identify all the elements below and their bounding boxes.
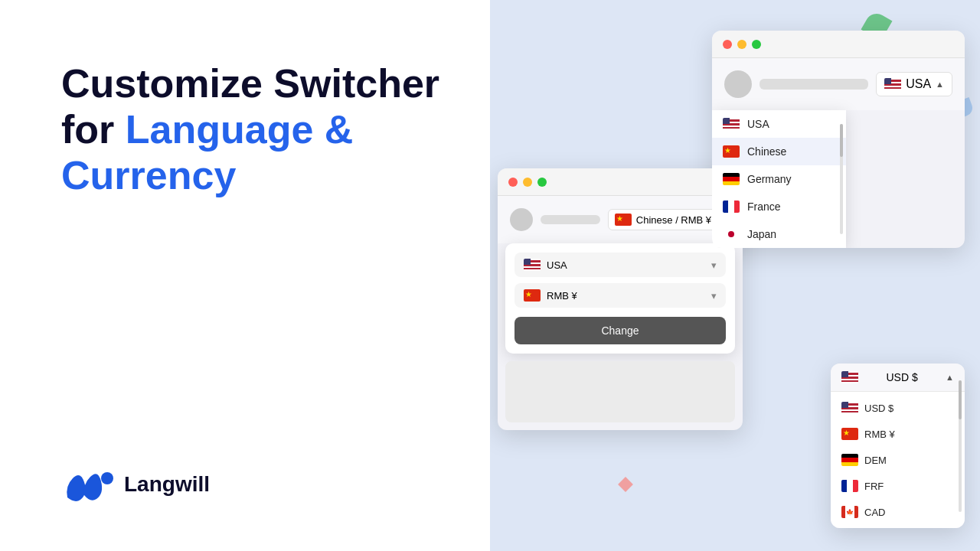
traffic-light-red-2 <box>508 178 518 187</box>
win2-header-bar: Chinese / RMB ¥ ▲ <box>498 196 743 243</box>
curr-option-frf[interactable]: FRF <box>831 473 965 499</box>
flag-us-lang-select <box>524 259 541 271</box>
flag-us-curr-header <box>841 371 858 383</box>
nav-placeholder-1 <box>760 79 868 90</box>
current-lang-label: USA <box>906 77 931 91</box>
scrollbar-thumb-3 <box>959 380 962 420</box>
left-panel: Customize Switcher for Language & Curren… <box>0 0 490 551</box>
currency-language-window: Chinese / RMB ¥ ▲ USA ▾ RMB ¥ ▾ Change <box>498 168 743 430</box>
lang-option-usa[interactable]: USA <box>712 110 846 138</box>
curr-select-label: RMB ¥ <box>547 290 577 302</box>
flag-de-option <box>723 173 740 185</box>
win3-header: USD $ ▲ <box>831 364 965 392</box>
right-panel: USA ▲ USA Chinese Germany <box>490 0 980 551</box>
nav-placeholder-2 <box>541 215 600 224</box>
titlebar-1 <box>712 31 965 58</box>
deco-dot-bottom-left <box>618 477 633 492</box>
lang-select-label: USA <box>547 259 567 271</box>
traffic-light-yellow-1 <box>737 40 746 49</box>
language-dropdown: USA Chinese Germany France <box>712 110 846 248</box>
curr-header-label: USD $ <box>886 371 917 383</box>
headline-line2: for <box>61 107 126 152</box>
flag-us-curr-usd <box>841 402 858 414</box>
chevron-down-lang: ▾ <box>711 259 717 271</box>
traffic-light-green-2 <box>537 178 547 187</box>
scrollbar-thumb-1 <box>840 124 843 157</box>
chevron-down-curr: ▾ <box>711 290 717 302</box>
logo-text: Langwill <box>124 472 210 497</box>
lang-curr-label: Chinese / RMB ¥ <box>636 214 711 226</box>
headline-line1: Customize Switcher <box>61 61 439 106</box>
traffic-light-yellow-2 <box>523 178 532 187</box>
avatar-2 <box>510 208 533 231</box>
traffic-light-red-1 <box>723 40 732 49</box>
headline: Customize Switcher for Language & Curren… <box>61 61 444 198</box>
langwill-logo-icon <box>61 463 115 505</box>
flag-fr-curr-frf <box>841 480 858 492</box>
change-button[interactable]: Change <box>514 317 726 344</box>
lang-option-germany[interactable]: Germany <box>712 165 846 193</box>
titlebar-2 <box>498 168 743 196</box>
up-arrow-icon: ▲ <box>936 80 944 89</box>
win2-dropdown: USA ▾ RMB ¥ ▾ Change <box>505 243 735 354</box>
flag-us-icon <box>884 78 901 90</box>
curr-option-dem[interactable]: DEM <box>831 447 965 473</box>
flag-cn-curr-rmb <box>841 428 858 440</box>
language-window: USA ▲ USA Chinese Germany <box>712 31 965 248</box>
scrollbar-track-1 <box>840 124 843 234</box>
headline-blue: Language & <box>126 107 354 152</box>
flag-cn-btn <box>615 214 632 226</box>
avatar-1 <box>724 70 752 98</box>
curr-option-rmb[interactable]: RMB ¥ <box>831 421 965 447</box>
svg-point-0 <box>101 472 113 484</box>
currency-select-row[interactable]: RMB ¥ ▾ <box>514 283 726 308</box>
flag-us-option <box>723 118 740 130</box>
curr-option-usd[interactable]: USD $ <box>831 395 965 421</box>
flag-fr-option <box>723 201 740 213</box>
headline-text: Customize Switcher for Language & Curren… <box>61 61 444 198</box>
lang-option-france[interactable]: France <box>712 193 846 220</box>
up-arrow-curr: ▲ <box>946 373 954 382</box>
currency-dropdown-list: USD $ RMB ¥ DEM FRF <box>831 392 965 528</box>
lang-option-chinese[interactable]: Chinese <box>712 138 846 165</box>
win1-content: USA ▲ <box>712 58 965 110</box>
traffic-light-green-1 <box>752 40 761 49</box>
win2-body-placeholder <box>505 361 735 422</box>
lang-switcher-button[interactable]: USA ▲ <box>876 72 952 96</box>
flag-ca-curr-cad: 🍁 <box>841 506 858 518</box>
flag-jp-option <box>723 228 740 240</box>
logo-area: Langwill <box>61 463 444 505</box>
headline-line3: Currency <box>61 153 236 197</box>
flag-cn-option <box>723 145 740 158</box>
currency-dropdown-window: USD $ ▲ USD $ RMB ¥ DEM <box>831 364 965 528</box>
flag-cn-curr-select <box>524 289 541 302</box>
flag-de-curr-dem <box>841 454 858 466</box>
language-select-row[interactable]: USA ▾ <box>514 253 726 277</box>
lang-option-japan[interactable]: Japan <box>712 220 846 248</box>
scrollbar-track-3 <box>959 380 962 512</box>
curr-option-cad[interactable]: 🍁 CAD <box>831 499 965 525</box>
